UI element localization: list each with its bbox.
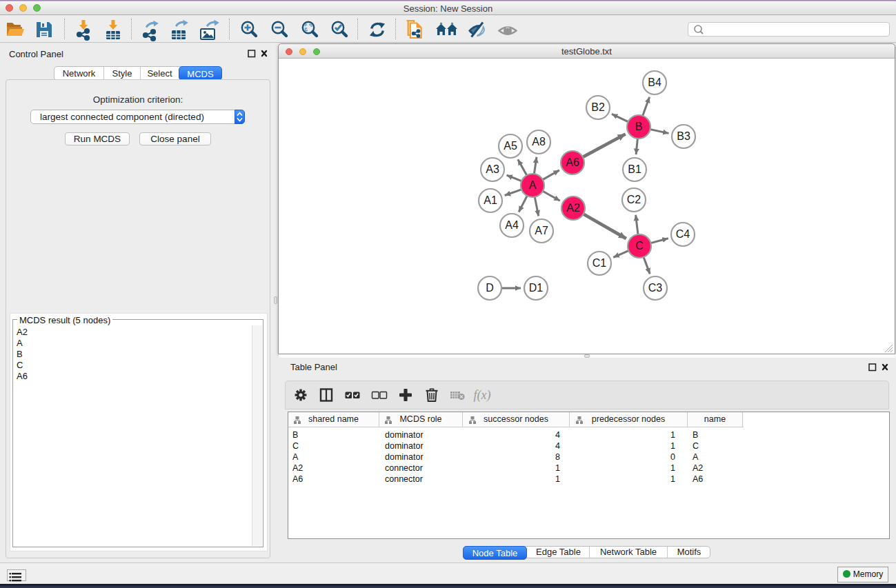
svg-text:B2: B2: [591, 101, 605, 113]
svg-text:B: B: [635, 121, 643, 132]
svg-text:B3: B3: [677, 130, 690, 142]
svg-text:A6: A6: [566, 156, 579, 168]
svg-text:A7: A7: [535, 225, 548, 236]
svg-text:D1: D1: [529, 282, 544, 294]
svg-text:A4: A4: [505, 219, 519, 231]
svg-text:A: A: [529, 179, 537, 191]
svg-text:B1: B1: [628, 163, 641, 175]
svg-text:C: C: [635, 240, 644, 252]
svg-text:A8: A8: [532, 136, 546, 148]
svg-text:D: D: [486, 282, 494, 294]
svg-text:C2: C2: [627, 194, 641, 205]
svg-text:A2: A2: [566, 202, 580, 214]
svg-text:A1: A1: [484, 194, 497, 206]
svg-text:B4: B4: [648, 77, 661, 88]
svg-text:C4: C4: [676, 228, 690, 240]
svg-text:C1: C1: [593, 257, 607, 269]
svg-text:f(x): f(x): [474, 388, 491, 403]
svg-text:C3: C3: [648, 282, 663, 294]
svg-text:A5: A5: [504, 140, 517, 152]
svg-text:A3: A3: [486, 163, 499, 175]
